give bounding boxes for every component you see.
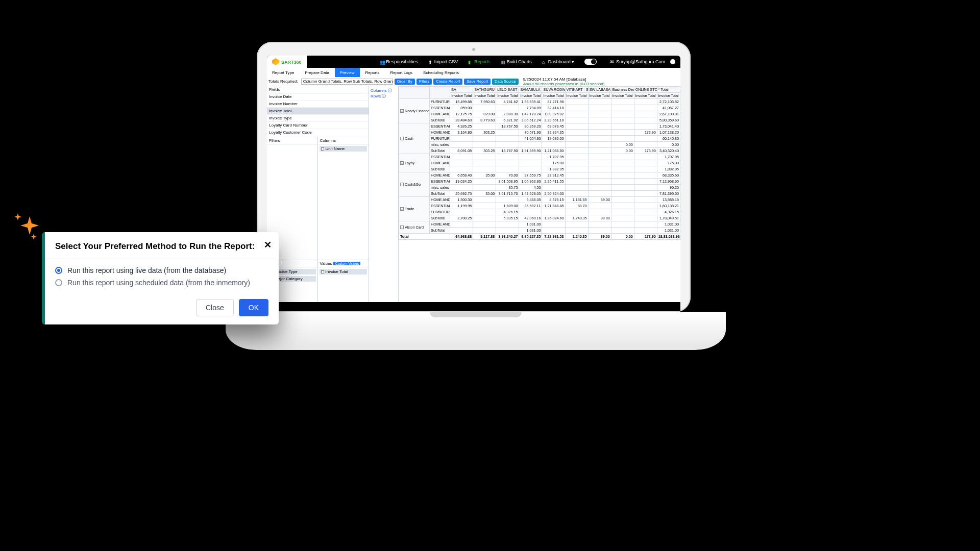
- field-item[interactable]: Invoice Date: [267, 93, 369, 101]
- modal-close-action[interactable]: Close: [196, 299, 234, 316]
- radio-live-data[interactable]: Run this report using live data (from th…: [55, 266, 268, 274]
- tab-report-logs[interactable]: Report Logs: [385, 68, 419, 77]
- mid-strip: Columns ⓘ Rows ⓘ: [369, 86, 399, 311]
- theme-toggle[interactable]: [579, 59, 605, 65]
- logo-cube-icon: [272, 58, 279, 65]
- order-by-button[interactable]: Order By: [395, 79, 415, 85]
- field-item[interactable]: Invoice Number: [267, 101, 369, 108]
- modal-close-button[interactable]: ✕: [264, 239, 272, 251]
- left-pane: Fields Invoice DateInvoice NumberInvoice…: [267, 86, 369, 311]
- create-report-button[interactable]: Create Report: [433, 79, 462, 85]
- fields-panel: Fields Invoice DateInvoice NumberInvoice…: [267, 86, 369, 137]
- laptop-mock: SART360 👥Responsibilities ⬆Import CSV ▮R…: [257, 42, 691, 312]
- brand-suffix: 360: [294, 60, 302, 65]
- totals-dropdown[interactable]: Column Grand Totals, Row Sub Totals, Row…: [301, 79, 393, 85]
- tab-prepare-data[interactable]: Prepare Data: [300, 68, 335, 77]
- radio-icon: [55, 267, 62, 274]
- file-icon: ▮: [468, 60, 472, 64]
- value-chip-invoice-total[interactable]: Invoice Total: [320, 269, 368, 274]
- field-item[interactable]: Invoice Total: [267, 108, 369, 115]
- people-icon: 👥: [380, 60, 384, 64]
- tab-reports[interactable]: Reports: [360, 68, 385, 77]
- radio-icon: [55, 279, 62, 286]
- radio-scheduled-data[interactable]: Run this report using scheduled data (fr…: [55, 279, 268, 287]
- chart-icon: ▥: [501, 60, 505, 64]
- fields-header: Fields: [267, 86, 369, 93]
- field-item[interactable]: Loyalty Customer Code: [267, 129, 369, 136]
- user-menu[interactable]: ✉ Suryap@Sathguru.Com: [605, 59, 680, 64]
- data-source-button[interactable]: Data Source: [492, 79, 519, 85]
- totals-label: Totals Required:: [268, 79, 300, 84]
- laptop-base: [226, 312, 726, 350]
- mid-rows-link[interactable]: Rows ⓘ: [371, 93, 397, 99]
- nav-import-csv[interactable]: ⬆Import CSV: [423, 59, 463, 64]
- modal-title: Select Your Preferred Method to Run the …: [55, 241, 268, 252]
- run-report-modal: ✕ Select Your Preferred Method to Run th…: [42, 232, 279, 324]
- nav-build-charts[interactable]: ▥Build Charts: [496, 59, 537, 64]
- field-item[interactable]: Loyalty Card Number: [267, 122, 369, 129]
- report-grid[interactable]: BASATHGURU TAILELELO EASTSAMABULASUVA RO…: [399, 86, 680, 311]
- app-header: SART360 👥Responsibilities ⬆Import CSV ▮R…: [267, 56, 680, 68]
- upload-icon: ⬆: [428, 60, 432, 64]
- user-icon: [670, 59, 675, 64]
- tab-scheduling[interactable]: Scheduling Reports: [418, 68, 464, 77]
- brand-name: SART: [281, 60, 294, 65]
- filters-button[interactable]: Filters: [416, 79, 432, 85]
- decorative-stars: [14, 213, 44, 244]
- nav-reports[interactable]: ▮Reports: [463, 59, 496, 64]
- nav-dashboard[interactable]: ⌂Dashboard ▾: [537, 59, 580, 64]
- brand-logo[interactable]: SART360: [267, 56, 307, 68]
- columns-panel[interactable]: Columns Unit Name: [318, 137, 369, 260]
- toggle-icon: [584, 59, 597, 65]
- custom-values-badge[interactable]: Custom Values: [333, 262, 360, 265]
- modal-ok-action[interactable]: OK: [239, 299, 268, 316]
- status-text: 9/25/2024 11:07:54 AM [Database] About 5…: [523, 77, 605, 86]
- ribbon-tabs: Report Type Prepare Data Preview Reports…: [267, 68, 680, 77]
- tab-preview[interactable]: Preview: [335, 68, 360, 77]
- columns-header: Columns: [318, 137, 369, 144]
- nav-responsibilities[interactable]: 👥Responsibilities: [375, 59, 423, 64]
- home-icon: ⌂: [542, 60, 546, 64]
- save-report-button[interactable]: Save Report: [464, 79, 491, 85]
- footer-bar: [267, 302, 680, 311]
- values-header: ValuesCustom Values: [318, 260, 369, 267]
- tab-report-type[interactable]: Report Type: [267, 68, 300, 77]
- field-item[interactable]: Invoice Type: [267, 115, 369, 122]
- filters-header: Filters: [267, 137, 317, 144]
- column-chip-unit-name[interactable]: Unit Name: [320, 146, 368, 152]
- mid-columns-link[interactable]: Columns ⓘ: [371, 88, 397, 93]
- toolbar: Totals Required: Column Grand Totals, Ro…: [267, 77, 680, 86]
